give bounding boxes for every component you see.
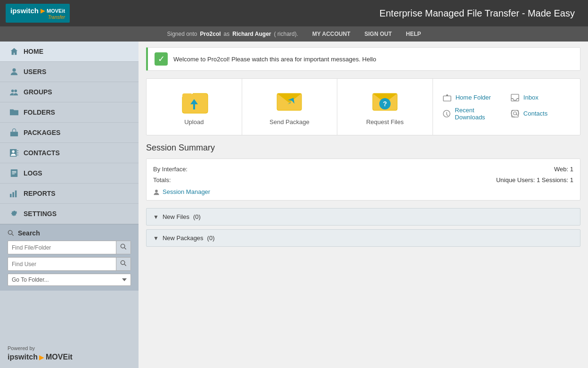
session-by-interface-row: By Interface: Web: 1	[153, 164, 573, 175]
recent-downloads-link-text: Recent Downloads	[455, 107, 503, 121]
svg-rect-9	[12, 192, 14, 197]
sidebar-item-groups[interactable]: GROUPS	[0, 82, 139, 102]
powered-logo: ipswitch ▶ MOVEit	[8, 353, 131, 361]
as-text: as	[224, 31, 230, 37]
by-interface-label: By Interface:	[153, 166, 188, 173]
new-files-chevron-icon: ▼	[153, 214, 159, 220]
upload-label: Upload	[184, 118, 204, 125]
contacts-at-icon	[510, 109, 520, 118]
home-folder-link[interactable]: Home Folder	[442, 93, 503, 102]
sidebar-item-contacts[interactable]: CONTACTS	[0, 143, 139, 163]
help-link[interactable]: HELP	[406, 31, 421, 37]
inbox-link-text: Inbox	[523, 94, 539, 101]
packages-label: PACKAGES	[24, 129, 60, 136]
status-bar: Signed onto Pro2col as Richard Auger ( r…	[0, 26, 588, 42]
by-interface-value: Web: 1	[554, 166, 573, 173]
packages-icon	[9, 128, 19, 137]
top-header: ipswitch ▶ MOVEit Transfer Enterprise Ma…	[0, 0, 588, 26]
new-files-header[interactable]: ▼ New Files (0)	[147, 209, 580, 225]
session-totals-row: Totals: Unique Users: 1 Sessions: 1	[153, 175, 573, 185]
upload-card[interactable]: Upload	[147, 79, 242, 135]
svg-point-11	[8, 230, 12, 234]
user-search-input[interactable]	[8, 259, 116, 270]
goto-folder-select[interactable]: Go To Folder...	[8, 274, 131, 286]
settings-icon	[9, 209, 19, 218]
request-files-card[interactable]: ? Request Files	[337, 79, 433, 135]
action-cards: Upload Se	[146, 78, 580, 135]
request-files-label: Request Files	[366, 118, 403, 125]
settings-label: SETTINGS	[24, 210, 57, 217]
svg-text:?: ?	[383, 100, 387, 108]
new-packages-count: (0)	[207, 234, 215, 242]
logo-arrow-icon: ▶	[41, 8, 45, 14]
user-search-row	[8, 257, 131, 271]
request-files-icon: ?	[370, 88, 400, 115]
folders-label: FOLDERS	[24, 109, 55, 116]
new-packages-section: ▼ New Packages (0)	[146, 229, 580, 247]
paren-user: ( richard).	[274, 31, 298, 37]
sidebar-item-settings[interactable]: SETTINGS	[0, 204, 139, 224]
logo-transfer-text: Transfer	[48, 15, 65, 20]
sign-out-link[interactable]: SIGN OUT	[365, 31, 392, 37]
file-search-row	[8, 241, 131, 254]
session-manager-link[interactable]: Session Manager	[153, 188, 573, 195]
powered-ipswitch-text: ipswitch	[8, 353, 38, 361]
users-icon	[9, 67, 19, 76]
my-account-link[interactable]: MY ACCOUNT	[312, 31, 351, 37]
session-summary-title: Session Summary	[146, 143, 580, 153]
home-icon	[9, 47, 19, 56]
content-area: ✓ Welcome to Pro2col! Please watch this …	[139, 42, 588, 368]
file-search-button[interactable]	[116, 241, 131, 254]
recent-downloads-icon	[442, 109, 451, 118]
main-layout: HOME USERS GROUPS FOLDERS PACKAGES	[0, 42, 588, 368]
new-files-count: (0)	[193, 213, 201, 220]
send-package-icon	[274, 88, 304, 115]
logs-icon	[9, 168, 19, 178]
svg-rect-7	[11, 169, 17, 177]
new-packages-label: New Packages	[163, 234, 204, 242]
contacts-label: CONTACTS	[24, 149, 60, 157]
logs-label: LOGS	[24, 169, 42, 177]
contacts-link[interactable]: Contacts	[510, 107, 571, 121]
session-summary-table: By Interface: Web: 1 Totals: Unique User…	[146, 159, 580, 201]
svg-point-6	[12, 151, 15, 153]
svg-rect-21	[443, 96, 451, 101]
sidebar-item-users[interactable]: USERS	[0, 62, 139, 82]
inbox-link[interactable]: Inbox	[510, 93, 571, 102]
svg-point-12	[121, 244, 124, 248]
file-search-input[interactable]	[8, 242, 116, 253]
search-title-text: Search	[18, 229, 40, 237]
header-tagline: Enterprise Managed File Transfer - Made …	[144, 8, 582, 19]
user-name: Richard Auger	[232, 31, 271, 37]
check-icon: ✓	[155, 52, 168, 66]
powered-moveit-text: MOVEit	[46, 353, 73, 361]
search-section: Search Go To Folder...	[0, 224, 139, 291]
svg-point-1	[11, 90, 14, 92]
sidebar-item-packages[interactable]: PACKAGES	[0, 123, 139, 143]
folders-icon	[9, 108, 19, 117]
logo-moveit-text: MOVEit	[47, 8, 65, 14]
recent-downloads-link[interactable]: Recent Downloads	[442, 107, 503, 121]
logo-box: ipswitch ▶ MOVEit Transfer	[6, 4, 70, 23]
reports-icon	[9, 189, 19, 198]
inbox-icon	[510, 93, 520, 102]
logo-ipswitch-text: ipswitch	[10, 7, 39, 15]
svg-point-25	[514, 112, 516, 115]
svg-rect-8	[10, 194, 12, 197]
contacts-link-text: Contacts	[523, 110, 547, 117]
svg-rect-10	[15, 191, 17, 197]
signed-onto-text: Signed onto	[167, 31, 197, 37]
new-packages-chevron-icon: ▼	[153, 235, 159, 242]
home-label: HOME	[24, 48, 43, 55]
logo-area: ipswitch ▶ MOVEit Transfer	[6, 4, 144, 23]
send-package-card[interactable]: Send Package	[242, 79, 338, 135]
brand-name: Pro2col	[200, 31, 221, 37]
powered-arrow-icon: ▶	[39, 353, 44, 361]
sidebar-item-logs[interactable]: LOGS	[0, 163, 139, 184]
user-search-button[interactable]	[116, 258, 131, 270]
sidebar-item-home[interactable]: HOME	[0, 42, 139, 62]
sidebar-item-folders[interactable]: FOLDERS	[0, 102, 139, 123]
new-packages-header[interactable]: ▼ New Packages (0)	[147, 230, 580, 246]
welcome-banner: ✓ Welcome to Pro2col! Please watch this …	[146, 47, 580, 71]
sidebar-item-reports[interactable]: REPORTS	[0, 184, 139, 204]
